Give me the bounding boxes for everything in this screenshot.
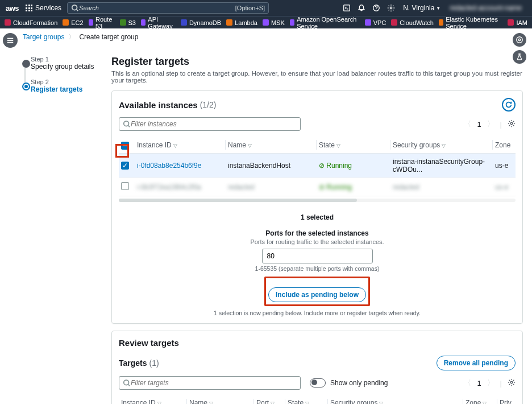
table-row[interactable]: i-0b3f72ea1984c2f0a redacted ⊘ Running r…: [119, 178, 516, 196]
col-sg[interactable]: Security groups: [393, 141, 440, 149]
chevron-right-icon: 〉: [69, 33, 74, 41]
filter-targets[interactable]: [119, 376, 301, 390]
next-page[interactable]: 〉: [487, 119, 494, 129]
select-all-checkbox[interactable]: [121, 142, 129, 150]
horizontal-scrollbar[interactable]: [119, 199, 516, 202]
step-1[interactable]: Step 1 Specify group details: [31, 56, 111, 71]
notifications-icon[interactable]: [354, 4, 369, 12]
page-title: Register targets: [111, 56, 523, 68]
breadcrumb-current: Create target group: [79, 33, 138, 41]
prev-page[interactable]: 〈: [464, 378, 471, 388]
ports-foot: 1 selection is now pending below. Includ…: [119, 310, 516, 316]
service-label: Amazon OpenSearch Service: [297, 16, 360, 30]
service-item[interactable]: API Gateway: [141, 16, 176, 30]
service-label: VPC: [373, 19, 386, 26]
show-only-pending-label: Show only pending: [330, 379, 388, 387]
service-item[interactable]: S3: [120, 19, 136, 26]
experiments-icon[interactable]: [513, 50, 526, 64]
service-item[interactable]: CloudWatch: [391, 19, 434, 26]
col-name[interactable]: Name: [228, 141, 246, 149]
top-nav: aws Services [Option+S] N. Virginia ▼ re…: [0, 0, 532, 16]
ports-range: 1-65535 (separate multiple ports with co…: [119, 265, 516, 272]
table-settings[interactable]: [508, 378, 516, 388]
next-page[interactable]: 〉: [487, 378, 494, 388]
search-icon: [123, 379, 131, 387]
col-name[interactable]: Name: [189, 399, 207, 404]
highlight-include: Include as pending below: [264, 277, 370, 306]
filter-instances[interactable]: [119, 117, 301, 131]
filter-instances-input[interactable]: [131, 120, 297, 128]
col-instance-id[interactable]: Instance ID: [137, 141, 172, 149]
global-search[interactable]: [Option+S]: [67, 2, 269, 14]
service-item[interactable]: Lambda: [226, 19, 257, 26]
service-item[interactable]: VPC: [365, 19, 386, 26]
ports-input[interactable]: [262, 249, 373, 263]
remove-all-pending-button[interactable]: Remove all pending: [437, 356, 516, 370]
col-state[interactable]: State: [319, 141, 335, 149]
row-checkbox[interactable]: [121, 182, 129, 190]
preferences-icon[interactable]: [513, 33, 526, 47]
cell-sg: instana-instanaSecurityGroup-cWDOu...: [390, 154, 493, 178]
service-label: API Gateway: [148, 16, 176, 30]
available-table: Instance ID▽ Name▽ State▽ Security group…: [119, 137, 516, 196]
search-input[interactable]: [79, 5, 235, 11]
aws-logo[interactable]: aws: [6, 4, 19, 13]
cell-name: redacted: [226, 178, 317, 196]
filter-targets-input[interactable]: [131, 379, 297, 387]
cell-instance-id: i-0b3f72ea1984c2f0a: [135, 178, 226, 196]
cell-name: instanaBackendHost: [226, 154, 317, 178]
main-content: Register targets This is an optional ste…: [111, 46, 532, 404]
include-pending-button[interactable]: Include as pending below: [268, 287, 366, 302]
service-item[interactable]: IAM: [508, 19, 527, 26]
col-instance-id[interactable]: Instance ID: [121, 399, 156, 404]
cell-state: ⊘ Running: [317, 178, 390, 196]
svg-point-15: [510, 381, 513, 384]
service-item[interactable]: EC2: [63, 19, 83, 26]
col-sg[interactable]: Security groups: [330, 399, 377, 404]
settings-icon[interactable]: [384, 4, 398, 12]
service-label: Elastic Kubernetes Service: [446, 16, 502, 30]
step-2-label: Step 2: [31, 79, 111, 85]
service-item[interactable]: Elastic Kubernetes Service: [439, 16, 503, 30]
cloudshell-icon[interactable]: [339, 4, 354, 12]
step-2[interactable]: Step 2 Register targets: [31, 79, 111, 93]
breadcrumb-link[interactable]: Target groups: [23, 33, 64, 41]
search-icon: [123, 120, 131, 128]
table-settings[interactable]: [508, 119, 516, 129]
service-icon: [63, 19, 69, 26]
service-item[interactable]: DynamoDB: [181, 19, 221, 26]
review-title: Review targets: [119, 338, 516, 348]
service-label: Lambda: [235, 19, 257, 26]
service-item[interactable]: MSK: [263, 19, 285, 26]
row-checkbox[interactable]: ✓: [121, 162, 129, 170]
wizard-steps: Step 1 Specify group details Step 2 Regi…: [20, 46, 111, 404]
float-icons: [513, 33, 526, 64]
col-zone[interactable]: Zone: [495, 141, 510, 149]
step-1-label: Step 1: [31, 56, 111, 63]
service-label: EC2: [71, 19, 83, 26]
col-zone[interactable]: Zone: [466, 399, 481, 404]
service-icon: [290, 19, 294, 26]
service-item[interactable]: Route 53: [89, 16, 115, 30]
page-number: 1: [477, 379, 481, 387]
prev-page[interactable]: 〈: [464, 119, 471, 129]
service-icon: [508, 19, 514, 26]
service-item[interactable]: Amazon OpenSearch Service: [290, 16, 360, 30]
svg-point-6: [517, 37, 523, 43]
svg-point-5: [518, 39, 521, 41]
account-menu[interactable]: redacted-account-name: [445, 4, 526, 12]
col-priv[interactable]: Priv: [500, 399, 512, 404]
col-port[interactable]: Port: [256, 399, 269, 404]
refresh-button[interactable]: [502, 98, 516, 112]
chevron-down-icon: ▼: [436, 6, 440, 11]
service-icon: [181, 19, 187, 26]
drawer-toggle[interactable]: [3, 33, 18, 48]
services-menu[interactable]: Services: [26, 4, 61, 12]
table-row[interactable]: ✓ i-0fd08ab8e254b6f9e instanaBackendHost…: [119, 154, 516, 178]
services-grid-icon: [26, 5, 32, 11]
service-item[interactable]: CloudFormation: [5, 19, 57, 26]
col-state[interactable]: State: [288, 399, 304, 404]
help-icon[interactable]: [369, 4, 384, 12]
region-selector[interactable]: N. Virginia ▼: [398, 4, 445, 12]
show-only-pending-toggle[interactable]: [310, 378, 326, 387]
